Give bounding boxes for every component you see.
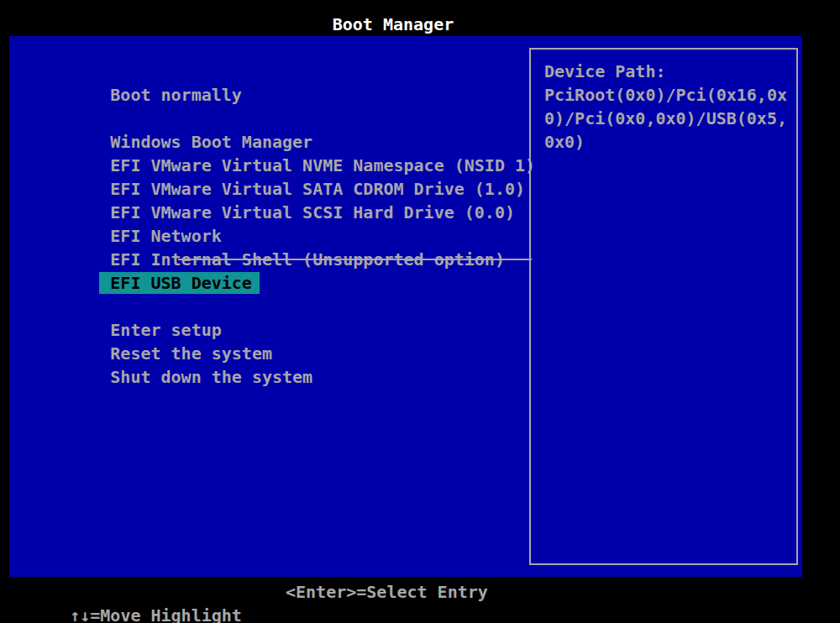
menu-item-label: Enter setup [110, 318, 221, 342]
boot-manager-screen: Boot Manager Boot normally Windows Boot … [0, 0, 840, 623]
menu-item-label: Windows Boot Manager [110, 130, 312, 154]
select-entry-hint: <Enter>=Select Entry [286, 580, 488, 604]
menu-item-label: EFI VMware Virtual NVME Namespace (NSID … [110, 154, 535, 177]
help-bar: ↑↓=Move Highlight <Enter>=Select Entry [29, 580, 811, 604]
menu-item-label: EFI VMware Virtual SCSI Hard Drive (0.0) [110, 201, 515, 224]
device-path-panel: Device Path: PciRoot(0x0)/Pci(0x16,0x 0)… [529, 48, 798, 565]
boot-menu: Boot normally Windows Boot Manager EFI V… [9, 60, 526, 365]
menu-item-label: EFI VMware Virtual SATA CDROM Drive (1.0… [110, 177, 525, 201]
main-panel: Boot normally Windows Boot Manager EFI V… [9, 36, 802, 577]
menu-item-label: Reset the system [110, 342, 272, 365]
device-path-line: 0)/Pci(0x0,0x0)/USB(0x5, [544, 107, 790, 130]
highlighted-menu-item-label: EFI USB Device [99, 272, 260, 294]
menu-item-boot-normally[interactable]: Boot normally [9, 60, 526, 83]
device-path-line: PciRoot(0x0)/Pci(0x16,0x [544, 83, 790, 107]
device-path-line: 0x0) [544, 130, 790, 154]
move-highlight-hint: ↑↓=Move Highlight [70, 605, 242, 623]
page-title: Boot Manager [0, 13, 786, 36]
highlight-connector-line [178, 259, 532, 260]
menu-item-label: Boot normally [110, 83, 242, 107]
menu-item-label: EFI Network [110, 224, 221, 248]
device-path-heading: Device Path: [544, 60, 790, 83]
menu-item-label: Shut down the system [110, 365, 312, 389]
